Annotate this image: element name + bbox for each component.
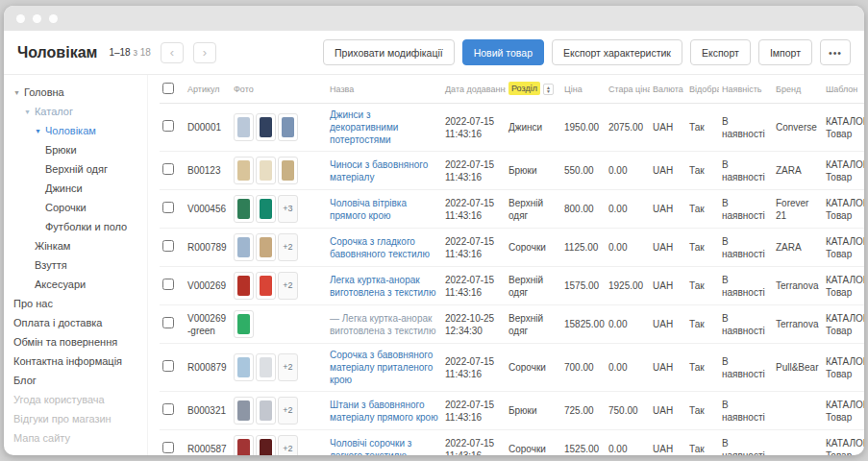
row-checkbox[interactable] (162, 163, 174, 175)
more-photos-badge[interactable]: +2 (278, 397, 298, 425)
column-header[interactable]: Бренд (773, 75, 823, 104)
select-all-checkbox[interactable] (162, 83, 174, 94)
product-name-link[interactable]: Джинси з декоративними потертостями (330, 109, 439, 146)
sidebar-item[interactable]: Контактна інформація (12, 352, 147, 371)
cell-date: 2022-07-15 11:43:16 (442, 229, 506, 267)
product-photo[interactable] (234, 353, 254, 381)
sidebar-item[interactable]: Оплата і доставка (12, 313, 147, 332)
more-photos-badge[interactable]: +2 (278, 233, 298, 261)
cell-price: 725.00 (561, 392, 606, 430)
column-header[interactable]: Назва (327, 75, 442, 104)
sort-icon[interactable]: ▲▼ (543, 84, 554, 95)
column-header[interactable]: Фото (231, 75, 327, 104)
column-header[interactable]: Наявність (719, 75, 773, 104)
more-photos-badge[interactable]: +2 (278, 272, 298, 300)
row-checkbox[interactable] (162, 360, 174, 372)
product-photo[interactable] (234, 157, 254, 184)
product-photo[interactable] (234, 113, 254, 141)
sidebar-item[interactable]: Про нас (12, 294, 147, 313)
product-name-link[interactable]: Сорочка з гладкого бавовняного текстилю (330, 235, 439, 260)
hide-modifications-button[interactable]: Приховати модифікації (323, 39, 455, 65)
products-table: АртикулФотоНазваДата додаванняРозділ▲▼Ці… (160, 75, 864, 455)
product-name-link[interactable]: — Легка куртка-анорак виготовлена з текс… (330, 312, 439, 337)
product-photo[interactable] (234, 397, 254, 425)
window-zoom-button[interactable] (49, 14, 58, 23)
product-photo[interactable] (278, 113, 298, 141)
product-photo[interactable] (256, 233, 276, 261)
cell-checkbox (160, 229, 185, 267)
prev-page-button[interactable]: ‹ (161, 42, 184, 63)
more-photos-badge[interactable]: +3 (278, 195, 298, 223)
cell-photos: +2 (231, 229, 327, 267)
cell-sku: R000789 (185, 229, 231, 267)
sidebar-item[interactable]: Мапа сайту (12, 428, 147, 448)
sidebar-item[interactable]: Футболки и поло (12, 217, 147, 236)
sidebar-item-label: Угода користувача (13, 394, 105, 405)
row-checkbox[interactable] (162, 317, 174, 328)
export-button[interactable]: Експорт (690, 39, 751, 65)
product-name-link[interactable]: Легка куртка-анорак виготовлена з тексти… (330, 274, 439, 299)
column-header[interactable]: Ціна (561, 75, 606, 104)
sidebar-item[interactable]: Обмін та повернення (12, 332, 147, 352)
product-photo[interactable] (256, 353, 276, 381)
product-name-link[interactable]: Чиноси з бавовняного матеріалу (330, 158, 439, 183)
column-header[interactable]: Дата додавання (442, 75, 506, 104)
column-header-section[interactable]: Розділ▲▼ (506, 75, 561, 104)
next-page-button[interactable]: › (193, 42, 216, 63)
column-header[interactable]: Стара ціна (606, 75, 650, 104)
product-name-link[interactable]: Штани з бавовняного матеріалу прямого кр… (330, 399, 439, 424)
product-name-link[interactable]: Чоловічі сорочки з легкого текстилю (330, 437, 439, 456)
row-checkbox[interactable] (162, 202, 174, 213)
product-photo[interactable] (256, 157, 276, 184)
sidebar-item[interactable]: ▼Головна (12, 83, 147, 102)
product-photo[interactable] (234, 195, 254, 223)
sidebar-item[interactable]: Відгуки про магазин (12, 409, 147, 428)
cell-sku: B00123 (185, 152, 231, 190)
product-name-link[interactable]: Чоловіча вітрівка прямого крою (330, 197, 439, 222)
product-photo[interactable] (234, 272, 254, 300)
row-checkbox[interactable] (162, 279, 174, 290)
product-photo[interactable] (234, 435, 254, 455)
more-photos-badge[interactable]: +2 (278, 435, 298, 455)
cell-old-price: 0.00 (606, 344, 650, 392)
column-header[interactable]: Відображати (686, 75, 719, 104)
window-close-button[interactable] (16, 14, 25, 23)
column-header[interactable]: Валюта (650, 75, 686, 104)
row-checkbox[interactable] (162, 403, 174, 415)
row-checkbox[interactable] (162, 442, 174, 453)
product-name-link[interactable]: Сорочка з бавовняного матеріалу притален… (330, 349, 439, 386)
sidebar-item[interactable]: Угода користувача (12, 390, 147, 409)
product-photo[interactable] (234, 310, 254, 338)
sidebar-item[interactable]: ▼Каталог (12, 102, 147, 121)
product-photo[interactable] (256, 435, 276, 455)
import-button[interactable]: Імпорт (758, 39, 812, 65)
sidebar-item[interactable]: Джинси (12, 179, 147, 198)
product-photo[interactable] (256, 272, 276, 300)
column-header[interactable]: Артикул (185, 75, 231, 104)
pagination-total: з 18 (133, 47, 151, 58)
more-actions-button[interactable]: ••• (820, 39, 851, 65)
product-photo[interactable] (234, 233, 254, 261)
product-photo[interactable] (256, 195, 276, 223)
export-characteristics-button[interactable]: Експорт характеристик (552, 39, 682, 65)
sidebar-item[interactable]: Аксесуари (12, 275, 147, 294)
row-checkbox[interactable] (162, 240, 174, 252)
cell-template: КАТАЛОГ: Товар (823, 344, 864, 392)
sidebar-item[interactable]: Брюки (12, 140, 147, 159)
product-photo[interactable] (278, 157, 298, 184)
sidebar-item[interactable]: Сорочки (12, 198, 147, 217)
new-product-button[interactable]: Новий товар (462, 39, 544, 65)
sidebar-item[interactable]: Жінкам (12, 236, 147, 255)
column-header[interactable]: Шаблон (823, 75, 864, 104)
window-minimize-button[interactable] (33, 14, 41, 23)
product-photo[interactable] (256, 397, 276, 425)
cell-template: КАТАЛОГ: Товар (823, 267, 864, 305)
product-photo[interactable] (256, 113, 276, 141)
sidebar-item[interactable]: Верхній одяг (12, 159, 147, 179)
row-checkbox[interactable] (162, 120, 174, 132)
sidebar-item[interactable]: Блог (12, 371, 147, 390)
sidebar-item[interactable]: ▼Чоловікам (12, 121, 147, 140)
sidebar-item[interactable]: Взуття (12, 255, 147, 275)
sidebar-item-label: Джинси (45, 182, 83, 194)
more-photos-badge[interactable]: +2 (278, 353, 298, 381)
